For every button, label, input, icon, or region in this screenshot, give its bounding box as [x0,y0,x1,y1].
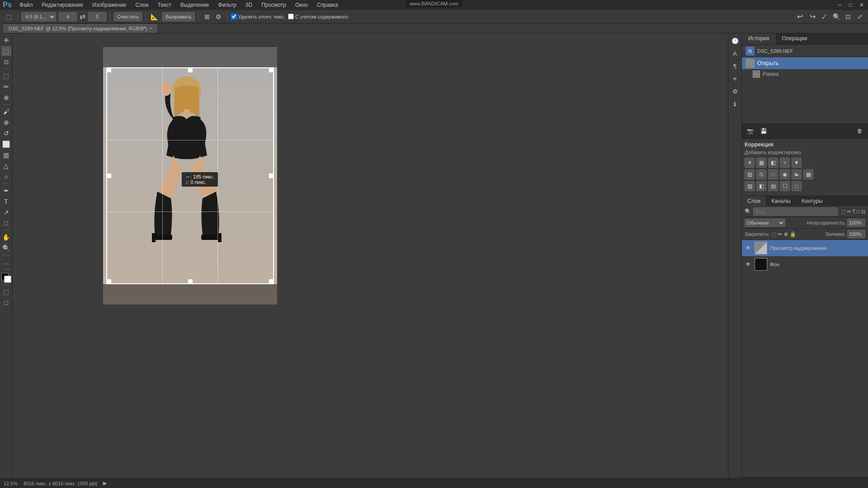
menu-edit[interactable]: Редактирование [40,2,85,8]
settings-icon[interactable]: ⚙ [214,12,223,21]
menu-text[interactable]: Текст [156,2,173,8]
path-tool[interactable]: ✒ [1,186,11,196]
lock-artboard-icon[interactable]: ⊕ [784,231,788,237]
history-item-frame[interactable]: □ Рамка [742,69,868,79]
gradient-tool[interactable]: ▥ [1,150,11,160]
corr-threshold-icon[interactable]: ◧ [756,181,766,191]
trash-icon[interactable]: 🗑 [854,126,865,136]
arrow-icon[interactable]: ▶ [103,480,107,486]
filter-pixel-icon[interactable]: ⬚ [841,209,846,215]
filter-smart-icon[interactable]: ⊡ [861,209,865,215]
search-icon[interactable]: 🔍 [832,12,841,21]
width-input[interactable] [59,12,77,21]
corr-channel-icon[interactable]: ☯ [792,169,802,179]
layer-eye-bg[interactable]: 👁 [745,261,752,268]
redo-icon[interactable]: ↪ [808,12,817,21]
text-tool[interactable]: T [1,197,11,206]
clear-button[interactable]: Очистить [114,12,142,21]
undo-icon[interactable]: ↩ [795,12,804,21]
corr-levels-icon[interactable]: ▦ [756,158,766,168]
layer-row-bg[interactable]: 👁 Фон [742,256,868,272]
corr-invert-icon[interactable]: ▦ [803,169,813,179]
hand-tool[interactable]: ✋ [1,232,11,242]
crop-tool[interactable]: ⬚ [1,71,11,81]
save-icon[interactable]: 💾 [758,126,769,136]
corr-vibrance-icon[interactable]: ▼ [792,158,802,168]
dodge-tool[interactable]: ○ [1,172,11,182]
layers-search-input[interactable] [753,207,838,216]
filter-text-icon[interactable]: T [853,209,856,215]
corr-brightness-icon[interactable]: ☀ [745,158,755,168]
tab-layers[interactable]: Слои [742,196,766,206]
grid-icon[interactable]: ⊞ [203,12,212,21]
clone-tool[interactable]: ⊕ [1,117,11,127]
document-tab[interactable]: DSC_5289.NEF @ 12,5% (Просмотр кадрирова… [4,24,157,33]
corr-exposure-icon[interactable]: ▿ [780,158,790,168]
crop-icon[interactable]: ⬚ [4,12,14,22]
brush-tool[interactable]: 🖌 [1,107,11,117]
align-strip-icon[interactable]: ≡ [730,73,741,84]
swap-icon[interactable]: ⇄ [80,12,85,21]
content-checkbox[interactable] [288,14,294,19]
corr-bw-icon[interactable]: □ [768,169,778,179]
corr-posterize-icon[interactable]: ▨ [745,181,755,191]
content-check-label[interactable]: С учетом содержимого [288,14,348,19]
arrange-icon[interactable]: ⊡ [844,12,853,21]
straighten-button[interactable]: Выпрямить [162,12,195,21]
selection-path-tool[interactable]: ↗ [1,207,11,217]
filter-shape-icon[interactable]: □ [857,209,860,215]
tab-channels[interactable]: Каналы [766,196,796,206]
menu-3d[interactable]: 3D [244,2,254,8]
camera-icon[interactable]: 📷 [745,126,755,136]
corr-colorbal-icon[interactable]: ⊙ [756,169,766,179]
history-item-open[interactable]: Открыть [742,57,868,69]
menu-layers[interactable]: Слои [134,2,151,8]
fill-input[interactable] [847,230,865,238]
extra-tool[interactable]: … [1,257,11,267]
layer-row-crop[interactable]: 👁 Просмотр кадрирования [742,240,868,256]
menu-window[interactable]: Окно [293,2,310,8]
blur-tool[interactable]: △ [1,161,11,171]
menu-file[interactable]: Файл [18,2,35,8]
lock-all-icon[interactable]: 🔒 [790,231,796,237]
menu-filter[interactable]: Фильтр [217,2,238,8]
tab-history[interactable]: История [742,33,776,44]
healing-tool[interactable]: ⊕ [1,93,11,103]
layer-eye-crop[interactable]: 👁 [745,244,752,252]
eraser-tool[interactable]: ⬜ [1,139,11,149]
move-tool[interactable]: ✛ [1,35,11,45]
paragraph-strip-icon[interactable]: ¶ [730,61,741,71]
corr-selective-icon[interactable]: ☐ [780,181,790,191]
ratio-select[interactable]: 4:5 (8:1... [21,12,56,21]
blend-mode-select[interactable]: Обычные [745,219,785,227]
tab-operations[interactable]: Операции [776,33,814,44]
eyedropper-tool[interactable]: ✏ [1,82,11,92]
corr-hsl-icon[interactable]: ▨ [745,169,755,179]
corr-photo-icon[interactable]: ◉ [780,169,790,179]
quick-mask-tool[interactable]: ⬚ [1,287,11,297]
fullscreen-icon[interactable]: ⤢ [855,12,864,21]
menu-help[interactable]: Справка [315,2,340,8]
history-brush-tool[interactable]: ↺ [1,128,11,138]
menu-select[interactable]: Выделение [179,2,211,8]
corr-curves-icon[interactable]: ◧ [768,158,778,168]
opacity-input[interactable] [847,219,865,227]
window-close[interactable]: ✕ [858,2,866,8]
info-strip-icon[interactable]: ℹ [730,99,741,109]
filter-adj-icon[interactable]: ✏ [847,209,851,215]
zoom-tool[interactable]: 🔍 [1,243,11,253]
corr-solid-icon[interactable]: □ [792,181,802,191]
lock-pixels-icon[interactable]: ⬚ [772,231,776,237]
selection-tool[interactable]: ⬚ [1,46,11,56]
shape-tool[interactable]: □ [1,218,11,228]
settings-strip-icon[interactable]: ⚙ [730,86,741,97]
tab-close-button[interactable]: × [150,26,152,31]
history-strip-icon[interactable]: 🕐 [730,35,741,46]
tab-contours[interactable]: Контуры [796,196,828,206]
lasso-tool[interactable]: ⊙ [1,57,11,67]
lock-pos-icon[interactable]: ✏ [778,231,782,237]
color-swatches[interactable] [1,273,11,283]
delete-check-label[interactable]: Удалить отсеч. пикс. [231,14,286,19]
corr-gradmap-icon[interactable]: ▤ [768,181,778,191]
menu-view[interactable]: Просмотр [259,2,288,8]
